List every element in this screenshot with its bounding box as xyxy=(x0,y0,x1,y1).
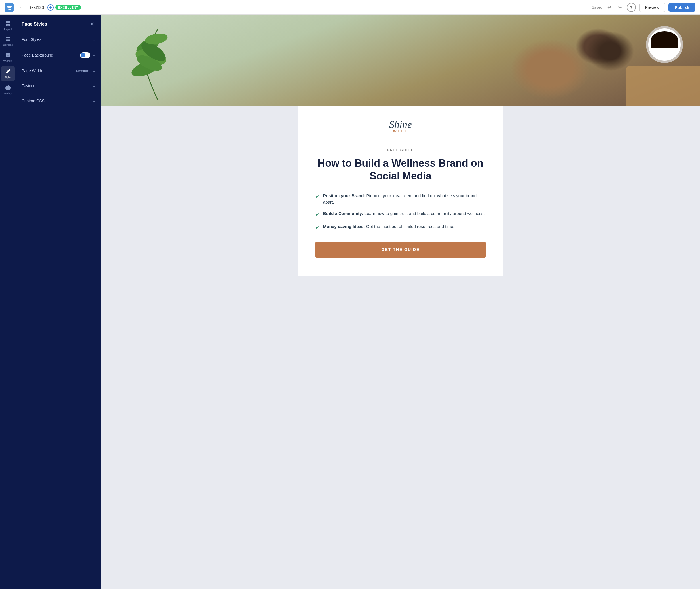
svg-rect-2 xyxy=(8,9,11,10)
sidebar-item-widgets[interactable]: Widgets xyxy=(1,50,15,65)
favicon-left: Favicon xyxy=(22,83,35,88)
redo-button[interactable]: ↪ xyxy=(616,3,623,11)
svg-rect-5 xyxy=(6,24,8,26)
layout-icon xyxy=(5,20,11,27)
svg-rect-10 xyxy=(6,53,8,55)
sidebar-item-sections[interactable]: Sections xyxy=(1,34,15,49)
panel-sidebar: Page Styles ✕ Font Styles ⌄ Page Backgro… xyxy=(16,15,101,589)
custom-css-label: Custom CSS xyxy=(22,99,45,103)
page-width-chevron: ⌄ xyxy=(92,69,95,73)
project-name: test123 xyxy=(30,5,44,10)
checklist: ✔ Position your Brand: Pinpoint your ide… xyxy=(315,193,486,231)
svg-rect-11 xyxy=(8,53,10,55)
topbar: ← test123 EXCELLENT Saved ↩ ↪ ? Preview … xyxy=(0,0,700,15)
custom-css-row[interactable]: Custom CSS ⌄ xyxy=(16,93,101,109)
font-styles-left: Font Styles xyxy=(22,37,41,42)
checklist-text-3: Money-saving Ideas: Get the most out of … xyxy=(323,223,454,230)
main-layout: Layout Sections Widgets xyxy=(0,15,700,589)
checklist-item-1: ✔ Position your Brand: Pinpoint your ide… xyxy=(315,193,486,205)
page-card: Shine WELL FREE GUIDE How to Build a Wel… xyxy=(298,106,503,276)
target-icon xyxy=(47,4,54,10)
panel-close-button[interactable]: ✕ xyxy=(89,20,95,28)
svg-rect-1 xyxy=(7,7,11,8)
back-button[interactable]: ← xyxy=(17,3,27,11)
page-background-label: Page Background xyxy=(22,53,53,57)
check-icon-2: ✔ xyxy=(315,211,320,218)
panel-bottom-divider xyxy=(22,111,95,111)
page-background-chevron: ⌄ xyxy=(92,53,95,57)
checklist-bold-1: Position your Brand: xyxy=(323,193,365,198)
custom-css-chevron: ⌄ xyxy=(92,99,95,103)
checklist-item-2: ✔ Build a Community: Learn how to gain t… xyxy=(315,210,486,218)
sections-icon xyxy=(5,37,11,43)
coffee-mug xyxy=(646,26,683,63)
free-guide-label: FREE GUIDE xyxy=(315,148,486,152)
guide-headline: How to Build a Wellness Brand on Social … xyxy=(315,157,486,182)
svg-rect-6 xyxy=(8,24,10,26)
widgets-label: Widgets xyxy=(3,60,13,63)
excellent-badge: EXCELLENT xyxy=(55,5,81,10)
checklist-body-2: Learn how to gain trust and build a comm… xyxy=(363,211,485,216)
panel-title: Page Styles xyxy=(22,22,47,27)
checklist-body-3: Get the most out of limited resources an… xyxy=(365,224,454,229)
plant-svg xyxy=(124,15,192,106)
checklist-bold-2: Build a Community: xyxy=(323,211,363,216)
page-background-toggle[interactable] xyxy=(80,52,90,58)
styles-icon xyxy=(5,68,11,75)
check-icon-1: ✔ xyxy=(315,193,320,200)
app-logo xyxy=(5,3,14,12)
logo-divider xyxy=(315,141,486,142)
favicon-label: Favicon xyxy=(22,83,35,88)
favicon-chevron: ⌄ xyxy=(92,84,95,88)
svg-rect-4 xyxy=(8,21,10,23)
layout-label: Layout xyxy=(4,28,12,31)
publish-button[interactable]: Publish xyxy=(669,3,695,12)
sections-label: Sections xyxy=(3,44,13,46)
svg-rect-13 xyxy=(8,55,10,57)
checklist-text-1: Position your Brand: Pinpoint your ideal… xyxy=(323,193,486,205)
help-button[interactable]: ? xyxy=(627,3,636,12)
widgets-icon xyxy=(5,52,11,59)
sidebar-item-styles[interactable]: Styles xyxy=(1,66,15,81)
sidebar-item-settings[interactable]: Settings xyxy=(1,82,15,97)
svg-rect-12 xyxy=(6,55,8,57)
svg-rect-7 xyxy=(6,37,10,38)
undo-button[interactable]: ↩ xyxy=(606,3,613,11)
check-icon-3: ✔ xyxy=(315,224,320,231)
logo-area: Shine WELL xyxy=(315,119,486,133)
styles-label: Styles xyxy=(5,76,12,79)
checklist-bold-3: Money-saving Ideas: xyxy=(323,224,365,229)
custom-css-left: Custom CSS xyxy=(22,99,45,103)
page-background-row[interactable]: Page Background ⌄ xyxy=(16,47,101,63)
page-background-left: Page Background xyxy=(22,53,53,57)
svg-rect-0 xyxy=(7,6,12,7)
coffee-liquid xyxy=(651,31,678,48)
font-styles-row[interactable]: Font Styles ⌄ xyxy=(16,32,101,47)
checklist-item-3: ✔ Money-saving Ideas: Get the most out o… xyxy=(315,223,486,231)
page-preview: Shine WELL FREE GUIDE How to Build a Wel… xyxy=(101,15,700,589)
saved-status: Saved xyxy=(592,5,602,9)
font-styles-label: Font Styles xyxy=(22,37,41,42)
page-width-row[interactable]: Page Width Medium ⌄ xyxy=(16,63,101,78)
quality-badge-wrap: EXCELLENT xyxy=(47,4,81,10)
svg-rect-9 xyxy=(6,40,10,41)
page-width-value: Medium xyxy=(76,69,89,73)
cta-button[interactable]: GET THE GUIDE xyxy=(315,242,486,257)
logo-shine: Shine xyxy=(315,119,486,130)
panel-title-row: Page Styles ✕ xyxy=(16,15,101,32)
font-styles-chevron: ⌄ xyxy=(92,37,95,41)
settings-icon xyxy=(5,84,11,91)
settings-label: Settings xyxy=(3,92,13,95)
svg-rect-3 xyxy=(6,21,8,23)
sidebar-item-layout[interactable]: Layout xyxy=(1,18,15,33)
favicon-row[interactable]: Favicon ⌄ xyxy=(16,78,101,93)
svg-rect-8 xyxy=(6,39,10,39)
logo-well: WELL xyxy=(315,129,486,133)
page-width-label: Page Width xyxy=(22,68,42,73)
checklist-text-2: Build a Community: Learn how to gain tru… xyxy=(323,210,484,217)
content-area: Shine WELL FREE GUIDE How to Build a Wel… xyxy=(101,15,700,589)
preview-button[interactable]: Preview xyxy=(639,3,665,12)
hero-image xyxy=(101,15,700,106)
page-width-left: Page Width xyxy=(22,68,42,73)
target-dot xyxy=(49,6,52,9)
